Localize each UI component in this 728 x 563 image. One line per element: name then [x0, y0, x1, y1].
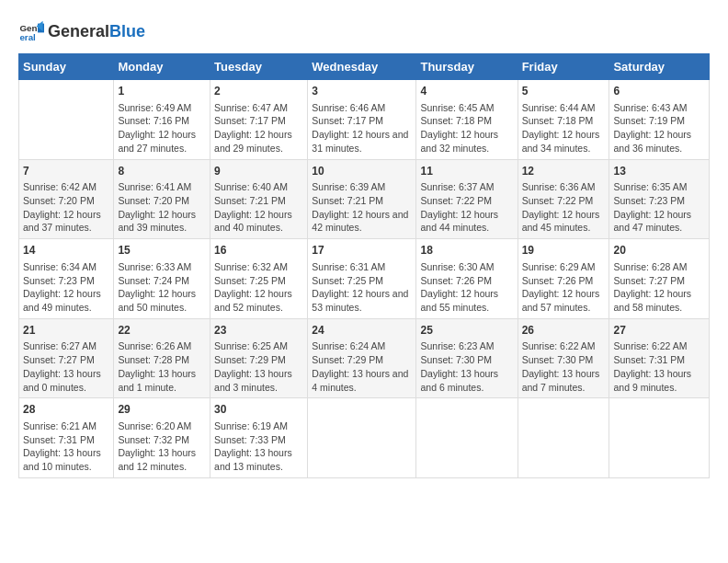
day-number: 24	[312, 323, 412, 339]
day-number: 17	[312, 243, 412, 259]
calendar-cell: 23Sunrise: 6:25 AMSunset: 7:29 PMDayligh…	[210, 318, 308, 398]
calendar-cell: 16Sunrise: 6:32 AMSunset: 7:25 PMDayligh…	[210, 239, 308, 319]
header-cell-monday: Monday	[114, 54, 210, 80]
cell-info: Sunrise: 6:29 AMSunset: 7:26 PMDaylight:…	[522, 260, 606, 315]
calendar-cell: 8Sunrise: 6:41 AMSunset: 7:20 PMDaylight…	[114, 159, 210, 239]
calendar-cell: 18Sunrise: 6:30 AMSunset: 7:26 PMDayligh…	[416, 239, 518, 319]
header-cell-friday: Friday	[518, 54, 609, 80]
cell-info: Sunrise: 6:23 AMSunset: 7:30 PMDaylight:…	[420, 339, 513, 394]
cell-info: Sunrise: 6:31 AMSunset: 7:25 PMDaylight:…	[312, 260, 412, 315]
day-number: 21	[23, 323, 109, 339]
calendar-cell	[19, 80, 114, 160]
calendar-cell	[609, 398, 710, 478]
calendar-cell	[518, 398, 609, 478]
cell-info: Sunrise: 6:40 AMSunset: 7:21 PMDaylight:…	[214, 180, 303, 235]
cell-info: Sunrise: 6:42 AMSunset: 7:20 PMDaylight:…	[23, 180, 109, 235]
day-number: 8	[118, 164, 206, 179]
day-number: 15	[118, 243, 206, 259]
calendar-cell: 15Sunrise: 6:33 AMSunset: 7:24 PMDayligh…	[114, 239, 210, 319]
day-number: 12	[522, 164, 606, 179]
calendar-cell: 29Sunrise: 6:20 AMSunset: 7:32 PMDayligh…	[114, 398, 210, 478]
cell-info: Sunrise: 6:19 AMSunset: 7:33 PMDaylight:…	[214, 419, 303, 474]
week-row-4: 21Sunrise: 6:27 AMSunset: 7:27 PMDayligh…	[19, 318, 710, 398]
calendar-cell: 13Sunrise: 6:35 AMSunset: 7:23 PMDayligh…	[609, 159, 710, 239]
calendar-cell: 3Sunrise: 6:46 AMSunset: 7:17 PMDaylight…	[308, 80, 416, 160]
cell-info: Sunrise: 6:46 AMSunset: 7:17 PMDaylight:…	[312, 101, 412, 155]
calendar-header: SundayMondayTuesdayWednesdayThursdayFrid…	[19, 54, 710, 80]
svg-text:eral: eral	[19, 32, 36, 42]
day-number: 13	[613, 164, 705, 179]
day-number: 6	[613, 84, 705, 99]
calendar-cell: 2Sunrise: 6:47 AMSunset: 7:17 PMDaylight…	[210, 80, 308, 160]
cell-info: Sunrise: 6:44 AMSunset: 7:18 PMDaylight:…	[522, 101, 606, 155]
cell-info: Sunrise: 6:21 AMSunset: 7:31 PMDaylight:…	[23, 419, 109, 474]
day-number: 4	[420, 84, 513, 99]
day-number: 25	[420, 323, 513, 339]
day-number: 20	[613, 243, 705, 259]
day-number: 30	[214, 402, 303, 418]
cell-info: Sunrise: 6:35 AMSunset: 7:23 PMDaylight:…	[613, 180, 705, 235]
cell-info: Sunrise: 6:32 AMSunset: 7:25 PMDaylight:…	[214, 260, 303, 315]
cell-info: Sunrise: 6:22 AMSunset: 7:31 PMDaylight:…	[613, 339, 705, 394]
header-cell-thursday: Thursday	[416, 54, 518, 80]
cell-info: Sunrise: 6:22 AMSunset: 7:30 PMDaylight:…	[522, 339, 606, 394]
header-cell-sunday: Sunday	[19, 54, 114, 80]
calendar-cell: 28Sunrise: 6:21 AMSunset: 7:31 PMDayligh…	[19, 398, 114, 478]
cell-info: Sunrise: 6:25 AMSunset: 7:29 PMDaylight:…	[214, 339, 303, 394]
cell-info: Sunrise: 6:26 AMSunset: 7:28 PMDaylight:…	[118, 339, 206, 394]
calendar-cell: 4Sunrise: 6:45 AMSunset: 7:18 PMDaylight…	[416, 80, 518, 160]
calendar-cell: 19Sunrise: 6:29 AMSunset: 7:26 PMDayligh…	[518, 239, 609, 319]
week-row-3: 14Sunrise: 6:34 AMSunset: 7:23 PMDayligh…	[19, 239, 710, 319]
cell-info: Sunrise: 6:49 AMSunset: 7:16 PMDaylight:…	[118, 101, 206, 155]
calendar-cell: 26Sunrise: 6:22 AMSunset: 7:30 PMDayligh…	[518, 318, 609, 398]
cell-info: Sunrise: 6:43 AMSunset: 7:19 PMDaylight:…	[613, 101, 705, 155]
calendar-cell: 1Sunrise: 6:49 AMSunset: 7:16 PMDaylight…	[114, 80, 210, 160]
day-number: 14	[23, 243, 109, 259]
day-number: 11	[420, 164, 513, 179]
cell-info: Sunrise: 6:47 AMSunset: 7:17 PMDaylight:…	[214, 101, 303, 155]
cell-info: Sunrise: 6:24 AMSunset: 7:29 PMDaylight:…	[312, 339, 412, 394]
day-number: 9	[214, 164, 303, 179]
header-cell-wednesday: Wednesday	[308, 54, 416, 80]
week-row-1: 1Sunrise: 6:49 AMSunset: 7:16 PMDaylight…	[19, 80, 710, 160]
cell-info: Sunrise: 6:41 AMSunset: 7:20 PMDaylight:…	[118, 180, 206, 235]
calendar-table: SundayMondayTuesdayWednesdayThursdayFrid…	[18, 53, 710, 478]
calendar-cell: 22Sunrise: 6:26 AMSunset: 7:28 PMDayligh…	[114, 318, 210, 398]
calendar-cell: 12Sunrise: 6:36 AMSunset: 7:22 PMDayligh…	[518, 159, 609, 239]
logo-general: General	[48, 22, 109, 40]
calendar-cell: 25Sunrise: 6:23 AMSunset: 7:30 PMDayligh…	[416, 318, 518, 398]
calendar-body: 1Sunrise: 6:49 AMSunset: 7:16 PMDaylight…	[19, 80, 710, 478]
logo: Gen eral GeneralBlue	[18, 18, 145, 44]
week-row-5: 28Sunrise: 6:21 AMSunset: 7:31 PMDayligh…	[19, 398, 710, 478]
day-number: 16	[214, 243, 303, 259]
calendar-cell: 21Sunrise: 6:27 AMSunset: 7:27 PMDayligh…	[19, 318, 114, 398]
calendar-cell: 27Sunrise: 6:22 AMSunset: 7:31 PMDayligh…	[609, 318, 710, 398]
day-number: 10	[312, 164, 412, 179]
cell-info: Sunrise: 6:28 AMSunset: 7:27 PMDaylight:…	[613, 260, 705, 315]
header-row: SundayMondayTuesdayWednesdayThursdayFrid…	[19, 54, 710, 80]
calendar-cell	[416, 398, 518, 478]
calendar-cell: 17Sunrise: 6:31 AMSunset: 7:25 PMDayligh…	[308, 239, 416, 319]
calendar-cell: 11Sunrise: 6:37 AMSunset: 7:22 PMDayligh…	[416, 159, 518, 239]
calendar-cell: 6Sunrise: 6:43 AMSunset: 7:19 PMDaylight…	[609, 80, 710, 160]
calendar-cell: 7Sunrise: 6:42 AMSunset: 7:20 PMDaylight…	[19, 159, 114, 239]
week-row-2: 7Sunrise: 6:42 AMSunset: 7:20 PMDaylight…	[19, 159, 710, 239]
cell-info: Sunrise: 6:36 AMSunset: 7:22 PMDaylight:…	[522, 180, 606, 235]
day-number: 29	[118, 402, 206, 418]
day-number: 1	[118, 84, 206, 99]
logo-icon: Gen eral	[18, 18, 44, 44]
day-number: 5	[522, 84, 606, 99]
header-cell-tuesday: Tuesday	[210, 54, 308, 80]
page-header: Gen eral GeneralBlue	[18, 18, 710, 44]
cell-info: Sunrise: 6:45 AMSunset: 7:18 PMDaylight:…	[420, 101, 513, 155]
logo-blue: Blue	[109, 22, 145, 40]
day-number: 3	[312, 84, 412, 99]
cell-info: Sunrise: 6:33 AMSunset: 7:24 PMDaylight:…	[118, 260, 206, 315]
day-number: 19	[522, 243, 606, 259]
calendar-cell: 5Sunrise: 6:44 AMSunset: 7:18 PMDaylight…	[518, 80, 609, 160]
cell-info: Sunrise: 6:39 AMSunset: 7:21 PMDaylight:…	[312, 180, 412, 235]
day-number: 27	[613, 323, 705, 339]
calendar-cell: 14Sunrise: 6:34 AMSunset: 7:23 PMDayligh…	[19, 239, 114, 319]
calendar-cell: 30Sunrise: 6:19 AMSunset: 7:33 PMDayligh…	[210, 398, 308, 478]
calendar-cell: 20Sunrise: 6:28 AMSunset: 7:27 PMDayligh…	[609, 239, 710, 319]
